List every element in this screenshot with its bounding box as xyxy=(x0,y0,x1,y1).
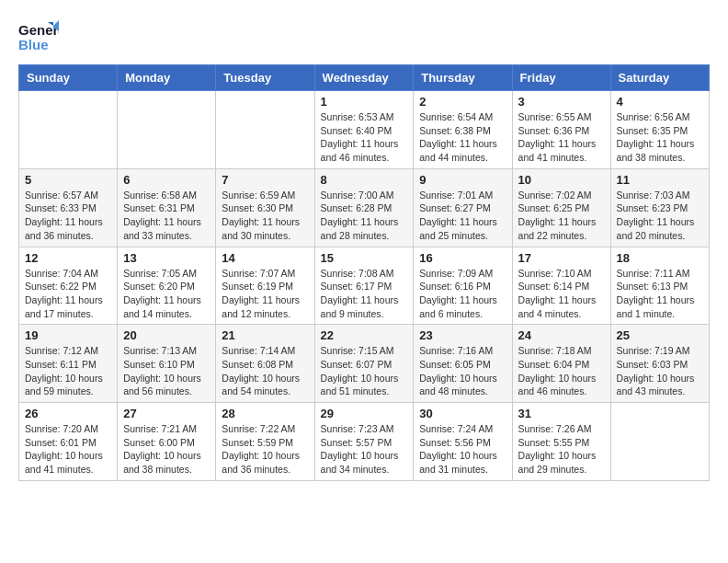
weekday-header-monday: Monday xyxy=(118,65,216,91)
week-row-2: 5Sunrise: 6:57 AM Sunset: 6:33 PM Daylig… xyxy=(19,168,710,247)
day-cell: 19Sunrise: 7:12 AM Sunset: 6:11 PM Dayli… xyxy=(19,325,118,403)
day-cell: 28Sunrise: 7:22 AM Sunset: 5:59 PM Dayli… xyxy=(216,403,314,481)
day-number: 14 xyxy=(222,251,308,265)
day-number: 27 xyxy=(123,407,210,420)
day-cell: 5Sunrise: 6:57 AM Sunset: 6:33 PM Daylig… xyxy=(19,168,118,247)
day-cell: 20Sunrise: 7:13 AM Sunset: 6:10 PM Dayli… xyxy=(118,325,216,403)
day-cell: 22Sunrise: 7:15 AM Sunset: 6:07 PM Dayli… xyxy=(314,325,414,403)
day-cell: 3Sunrise: 6:55 AM Sunset: 6:36 PM Daylig… xyxy=(512,91,610,169)
day-cell: 23Sunrise: 7:16 AM Sunset: 6:05 PM Dayli… xyxy=(414,325,512,403)
day-number: 17 xyxy=(518,251,605,265)
day-number: 5 xyxy=(25,173,111,187)
day-info: Sunrise: 7:12 AM Sunset: 6:11 PM Dayligh… xyxy=(25,344,111,398)
day-number: 3 xyxy=(518,95,605,109)
day-number: 26 xyxy=(25,407,111,420)
day-number: 4 xyxy=(617,95,703,109)
day-info: Sunrise: 7:07 AM Sunset: 6:19 PM Dayligh… xyxy=(222,267,308,321)
day-info: Sunrise: 6:56 AM Sunset: 6:35 PM Dayligh… xyxy=(617,110,703,165)
day-number: 31 xyxy=(518,407,605,420)
day-number: 22 xyxy=(321,328,408,342)
day-cell: 21Sunrise: 7:14 AM Sunset: 6:08 PM Dayli… xyxy=(216,325,314,403)
day-number: 29 xyxy=(321,407,408,420)
weekday-header-row: SundayMondayTuesdayWednesdayThursdayFrid… xyxy=(19,65,710,91)
day-info: Sunrise: 7:15 AM Sunset: 6:07 PM Dayligh… xyxy=(321,344,408,398)
week-row-3: 12Sunrise: 7:04 AM Sunset: 6:22 PM Dayli… xyxy=(19,247,710,325)
day-info: Sunrise: 7:19 AM Sunset: 6:03 PM Dayligh… xyxy=(617,344,703,398)
day-cell: 11Sunrise: 7:03 AM Sunset: 6:23 PM Dayli… xyxy=(610,168,709,247)
day-info: Sunrise: 7:16 AM Sunset: 6:05 PM Dayligh… xyxy=(419,344,506,398)
weekday-header-wednesday: Wednesday xyxy=(314,65,414,91)
day-number: 15 xyxy=(321,251,408,265)
weekday-header-friday: Friday xyxy=(512,65,610,91)
day-number: 9 xyxy=(419,173,506,187)
day-number: 1 xyxy=(321,95,408,109)
day-cell: 27Sunrise: 7:21 AM Sunset: 6:00 PM Dayli… xyxy=(118,403,216,481)
day-info: Sunrise: 7:23 AM Sunset: 5:57 PM Dayligh… xyxy=(321,422,408,477)
day-info: Sunrise: 7:05 AM Sunset: 6:20 PM Dayligh… xyxy=(123,267,210,321)
weekday-header-thursday: Thursday xyxy=(414,65,512,91)
day-number: 2 xyxy=(419,95,506,109)
day-cell: 26Sunrise: 7:20 AM Sunset: 6:01 PM Dayli… xyxy=(19,403,118,481)
day-cell: 24Sunrise: 7:18 AM Sunset: 6:04 PM Dayli… xyxy=(512,325,610,403)
day-number: 11 xyxy=(617,173,703,187)
logo: General Blue xyxy=(18,18,59,55)
day-info: Sunrise: 7:14 AM Sunset: 6:08 PM Dayligh… xyxy=(222,344,308,398)
day-cell: 12Sunrise: 7:04 AM Sunset: 6:22 PM Dayli… xyxy=(19,247,118,325)
day-cell: 30Sunrise: 7:24 AM Sunset: 5:56 PM Dayli… xyxy=(414,403,512,481)
day-info: Sunrise: 6:58 AM Sunset: 6:31 PM Dayligh… xyxy=(123,189,210,243)
weekday-header-sunday: Sunday xyxy=(19,65,118,91)
day-info: Sunrise: 7:04 AM Sunset: 6:22 PM Dayligh… xyxy=(25,267,111,321)
svg-text:Blue: Blue xyxy=(18,37,49,52)
page-header: General Blue xyxy=(18,18,710,55)
day-number: 7 xyxy=(222,173,308,187)
day-cell: 13Sunrise: 7:05 AM Sunset: 6:20 PM Dayli… xyxy=(118,247,216,325)
day-info: Sunrise: 7:18 AM Sunset: 6:04 PM Dayligh… xyxy=(518,344,605,398)
day-info: Sunrise: 7:08 AM Sunset: 6:17 PM Dayligh… xyxy=(321,267,408,321)
day-number: 10 xyxy=(518,173,605,187)
day-number: 16 xyxy=(419,251,506,265)
day-cell: 29Sunrise: 7:23 AM Sunset: 5:57 PM Dayli… xyxy=(314,403,414,481)
day-number: 30 xyxy=(419,407,506,420)
day-number: 12 xyxy=(25,251,111,265)
day-number: 25 xyxy=(617,328,703,342)
day-number: 23 xyxy=(419,328,506,342)
day-cell: 16Sunrise: 7:09 AM Sunset: 6:16 PM Dayli… xyxy=(414,247,512,325)
day-cell: 10Sunrise: 7:02 AM Sunset: 6:25 PM Dayli… xyxy=(512,168,610,247)
day-info: Sunrise: 7:13 AM Sunset: 6:10 PM Dayligh… xyxy=(123,344,210,398)
day-info: Sunrise: 6:54 AM Sunset: 6:38 PM Dayligh… xyxy=(419,110,506,165)
day-cell: 31Sunrise: 7:26 AM Sunset: 5:55 PM Dayli… xyxy=(512,403,610,481)
logo-icon: General Blue xyxy=(18,18,59,55)
day-cell: 1Sunrise: 6:53 AM Sunset: 6:40 PM Daylig… xyxy=(314,91,414,169)
day-cell: 9Sunrise: 7:01 AM Sunset: 6:27 PM Daylig… xyxy=(414,168,512,247)
day-info: Sunrise: 7:10 AM Sunset: 6:14 PM Dayligh… xyxy=(518,267,605,321)
day-number: 28 xyxy=(222,407,308,420)
day-info: Sunrise: 7:09 AM Sunset: 6:16 PM Dayligh… xyxy=(419,267,506,321)
day-cell: 6Sunrise: 6:58 AM Sunset: 6:31 PM Daylig… xyxy=(118,168,216,247)
day-number: 6 xyxy=(123,173,210,187)
week-row-5: 26Sunrise: 7:20 AM Sunset: 6:01 PM Dayli… xyxy=(19,403,710,481)
day-info: Sunrise: 7:20 AM Sunset: 6:01 PM Dayligh… xyxy=(25,422,111,477)
day-info: Sunrise: 7:26 AM Sunset: 5:55 PM Dayligh… xyxy=(518,422,605,477)
week-row-4: 19Sunrise: 7:12 AM Sunset: 6:11 PM Dayli… xyxy=(19,325,710,403)
day-info: Sunrise: 7:02 AM Sunset: 6:25 PM Dayligh… xyxy=(518,189,605,243)
day-cell xyxy=(19,91,118,169)
weekday-header-saturday: Saturday xyxy=(610,65,709,91)
day-info: Sunrise: 7:24 AM Sunset: 5:56 PM Dayligh… xyxy=(419,422,506,477)
day-info: Sunrise: 7:03 AM Sunset: 6:23 PM Dayligh… xyxy=(617,189,703,243)
day-cell: 25Sunrise: 7:19 AM Sunset: 6:03 PM Dayli… xyxy=(610,325,709,403)
day-cell: 2Sunrise: 6:54 AM Sunset: 6:38 PM Daylig… xyxy=(414,91,512,169)
day-cell: 7Sunrise: 6:59 AM Sunset: 6:30 PM Daylig… xyxy=(216,168,314,247)
day-cell xyxy=(610,403,709,481)
day-info: Sunrise: 6:59 AM Sunset: 6:30 PM Dayligh… xyxy=(222,189,308,243)
day-number: 8 xyxy=(321,173,408,187)
day-info: Sunrise: 6:53 AM Sunset: 6:40 PM Dayligh… xyxy=(321,110,408,165)
day-number: 13 xyxy=(123,251,210,265)
day-cell: 14Sunrise: 7:07 AM Sunset: 6:19 PM Dayli… xyxy=(216,247,314,325)
day-cell: 17Sunrise: 7:10 AM Sunset: 6:14 PM Dayli… xyxy=(512,247,610,325)
day-number: 19 xyxy=(25,328,111,342)
day-info: Sunrise: 7:01 AM Sunset: 6:27 PM Dayligh… xyxy=(419,189,506,243)
day-number: 20 xyxy=(123,328,210,342)
day-info: Sunrise: 6:55 AM Sunset: 6:36 PM Dayligh… xyxy=(518,110,605,165)
day-cell xyxy=(118,91,216,169)
day-info: Sunrise: 7:22 AM Sunset: 5:59 PM Dayligh… xyxy=(222,422,308,477)
